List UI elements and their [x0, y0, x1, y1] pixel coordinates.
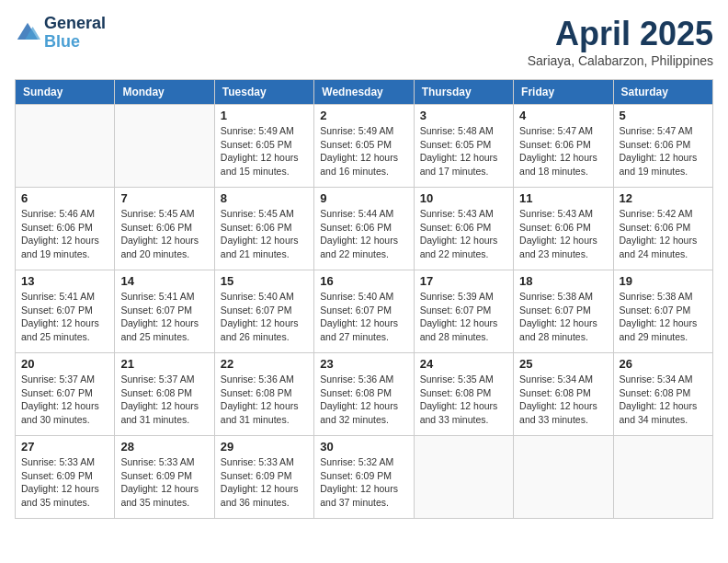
day-detail: Sunrise: 5:42 AM Sunset: 6:06 PM Dayligh… — [620, 207, 707, 261]
day-number: 18 — [519, 274, 607, 288]
calendar-cell: 14 Sunrise: 5:41 AM Sunset: 6:07 PM Dayl… — [115, 270, 214, 353]
calendar-header-row: SundayMondayTuesdayWednesdayThursdayFrid… — [16, 80, 713, 105]
day-detail: Sunrise: 5:35 AM Sunset: 6:08 PM Dayligh… — [420, 373, 507, 427]
day-number: 10 — [420, 191, 507, 205]
day-detail: Sunrise: 5:46 AM Sunset: 6:06 PM Dayligh… — [21, 207, 108, 261]
month-title: April 2025 — [528, 15, 713, 53]
calendar-cell: 6 Sunrise: 5:46 AM Sunset: 6:06 PM Dayli… — [16, 188, 115, 270]
weekday-header: Monday — [115, 80, 214, 105]
calendar-cell: 8 Sunrise: 5:45 AM Sunset: 6:06 PM Dayli… — [214, 188, 313, 270]
location: Sariaya, Calabarzon, Philippines — [528, 53, 713, 68]
day-detail: Sunrise: 5:48 AM Sunset: 6:05 PM Dayligh… — [420, 124, 507, 178]
calendar-cell: 26 Sunrise: 5:34 AM Sunset: 6:08 PM Dayl… — [613, 353, 712, 436]
day-detail: Sunrise: 5:41 AM Sunset: 6:07 PM Dayligh… — [120, 290, 208, 344]
day-detail: Sunrise: 5:38 AM Sunset: 6:07 PM Dayligh… — [620, 290, 707, 344]
calendar-cell: 24 Sunrise: 5:35 AM Sunset: 6:08 PM Dayl… — [414, 353, 513, 436]
calendar-cell: 20 Sunrise: 5:37 AM Sunset: 6:07 PM Dayl… — [16, 353, 115, 436]
calendar-cell: 28 Sunrise: 5:33 AM Sunset: 6:09 PM Dayl… — [115, 436, 214, 519]
calendar-week-row: 6 Sunrise: 5:46 AM Sunset: 6:06 PM Dayli… — [16, 188, 713, 270]
day-detail: Sunrise: 5:33 AM Sunset: 6:09 PM Dayligh… — [21, 455, 108, 510]
day-number: 21 — [120, 357, 208, 371]
calendar-cell: 16 Sunrise: 5:40 AM Sunset: 6:07 PM Dayl… — [314, 270, 414, 353]
day-detail: Sunrise: 5:44 AM Sunset: 6:06 PM Dayligh… — [320, 207, 407, 261]
weekday-header: Friday — [514, 80, 613, 105]
day-number: 20 — [21, 357, 108, 371]
calendar-cell: 11 Sunrise: 5:43 AM Sunset: 6:06 PM Dayl… — [514, 188, 613, 270]
calendar-cell: 3 Sunrise: 5:48 AM Sunset: 6:05 PM Dayli… — [414, 105, 513, 188]
calendar-cell: 25 Sunrise: 5:34 AM Sunset: 6:08 PM Dayl… — [514, 353, 613, 436]
calendar-cell: 10 Sunrise: 5:43 AM Sunset: 6:06 PM Dayl… — [414, 188, 513, 270]
calendar-cell: 29 Sunrise: 5:33 AM Sunset: 6:09 PM Dayl… — [214, 436, 313, 519]
logo-text: General Blue — [44, 15, 106, 52]
day-detail: Sunrise: 5:43 AM Sunset: 6:06 PM Dayligh… — [519, 207, 607, 261]
day-detail: Sunrise: 5:36 AM Sunset: 6:08 PM Dayligh… — [320, 373, 407, 427]
logo-icon — [15, 20, 40, 46]
weekday-header: Tuesday — [214, 80, 313, 105]
day-detail: Sunrise: 5:43 AM Sunset: 6:06 PM Dayligh… — [420, 207, 507, 261]
day-detail: Sunrise: 5:45 AM Sunset: 6:06 PM Dayligh… — [221, 207, 308, 261]
day-number: 24 — [420, 357, 507, 371]
day-number: 12 — [620, 191, 707, 205]
day-number: 22 — [221, 357, 308, 371]
calendar-cell: 17 Sunrise: 5:39 AM Sunset: 6:07 PM Dayl… — [414, 270, 513, 353]
day-detail: Sunrise: 5:49 AM Sunset: 6:05 PM Dayligh… — [320, 124, 407, 178]
calendar-cell: 15 Sunrise: 5:40 AM Sunset: 6:07 PM Dayl… — [214, 270, 313, 353]
day-number: 1 — [221, 109, 308, 122]
day-detail: Sunrise: 5:36 AM Sunset: 6:08 PM Dayligh… — [221, 373, 308, 427]
day-number: 26 — [620, 357, 707, 371]
day-number: 2 — [320, 109, 407, 122]
calendar-cell: 5 Sunrise: 5:47 AM Sunset: 6:06 PM Dayli… — [613, 105, 712, 188]
day-detail: Sunrise: 5:47 AM Sunset: 6:06 PM Dayligh… — [519, 124, 607, 178]
day-detail: Sunrise: 5:47 AM Sunset: 6:06 PM Dayligh… — [620, 124, 707, 178]
day-detail: Sunrise: 5:39 AM Sunset: 6:07 PM Dayligh… — [420, 290, 507, 344]
calendar-cell: 22 Sunrise: 5:36 AM Sunset: 6:08 PM Dayl… — [214, 353, 313, 436]
calendar-cell — [514, 436, 613, 519]
day-number: 19 — [620, 274, 707, 288]
day-detail: Sunrise: 5:41 AM Sunset: 6:07 PM Dayligh… — [21, 290, 108, 344]
weekday-header: Thursday — [414, 80, 513, 105]
calendar-cell: 21 Sunrise: 5:37 AM Sunset: 6:08 PM Dayl… — [115, 353, 214, 436]
calendar-cell: 13 Sunrise: 5:41 AM Sunset: 6:07 PM Dayl… — [16, 270, 115, 353]
day-detail: Sunrise: 5:34 AM Sunset: 6:08 PM Dayligh… — [519, 373, 607, 427]
calendar-cell — [414, 436, 513, 519]
weekday-header: Wednesday — [314, 80, 414, 105]
day-number: 8 — [221, 191, 308, 205]
calendar-cell: 2 Sunrise: 5:49 AM Sunset: 6:05 PM Dayli… — [314, 105, 414, 188]
calendar-cell: 27 Sunrise: 5:33 AM Sunset: 6:09 PM Dayl… — [16, 436, 115, 519]
day-number: 23 — [320, 357, 407, 371]
day-number: 6 — [21, 191, 108, 205]
calendar-cell: 12 Sunrise: 5:42 AM Sunset: 6:06 PM Dayl… — [613, 188, 712, 270]
day-detail: Sunrise: 5:49 AM Sunset: 6:05 PM Dayligh… — [221, 124, 308, 178]
day-number: 29 — [221, 440, 308, 454]
day-number: 7 — [120, 191, 208, 205]
calendar-cell: 4 Sunrise: 5:47 AM Sunset: 6:06 PM Dayli… — [514, 105, 613, 188]
calendar-cell: 19 Sunrise: 5:38 AM Sunset: 6:07 PM Dayl… — [613, 270, 712, 353]
day-number: 3 — [420, 109, 507, 122]
day-detail: Sunrise: 5:40 AM Sunset: 6:07 PM Dayligh… — [221, 290, 308, 344]
calendar-week-row: 1 Sunrise: 5:49 AM Sunset: 6:05 PM Dayli… — [16, 105, 713, 188]
day-number: 14 — [120, 274, 208, 288]
calendar-week-row: 27 Sunrise: 5:33 AM Sunset: 6:09 PM Dayl… — [16, 436, 713, 519]
day-number: 25 — [519, 357, 607, 371]
day-number: 27 — [21, 440, 108, 454]
calendar-cell: 1 Sunrise: 5:49 AM Sunset: 6:05 PM Dayli… — [214, 105, 313, 188]
day-number: 16 — [320, 274, 407, 288]
day-detail: Sunrise: 5:40 AM Sunset: 6:07 PM Dayligh… — [320, 290, 407, 344]
day-number: 9 — [320, 191, 407, 205]
day-detail: Sunrise: 5:33 AM Sunset: 6:09 PM Dayligh… — [221, 455, 308, 510]
calendar-week-row: 13 Sunrise: 5:41 AM Sunset: 6:07 PM Dayl… — [16, 270, 713, 353]
day-number: 30 — [320, 440, 407, 454]
calendar-cell — [16, 105, 115, 188]
day-number: 15 — [221, 274, 308, 288]
page-header: General Blue April 2025 Sariaya, Calabar… — [15, 15, 713, 68]
day-detail: Sunrise: 5:45 AM Sunset: 6:06 PM Dayligh… — [120, 207, 208, 261]
day-number: 4 — [519, 109, 607, 122]
day-detail: Sunrise: 5:38 AM Sunset: 6:07 PM Dayligh… — [519, 290, 607, 344]
calendar-cell: 23 Sunrise: 5:36 AM Sunset: 6:08 PM Dayl… — [314, 353, 414, 436]
calendar-cell — [115, 105, 214, 188]
day-detail: Sunrise: 5:33 AM Sunset: 6:09 PM Dayligh… — [120, 455, 208, 510]
day-number: 17 — [420, 274, 507, 288]
day-detail: Sunrise: 5:32 AM Sunset: 6:09 PM Dayligh… — [320, 455, 407, 510]
calendar-cell — [613, 436, 712, 519]
day-number: 11 — [519, 191, 607, 205]
